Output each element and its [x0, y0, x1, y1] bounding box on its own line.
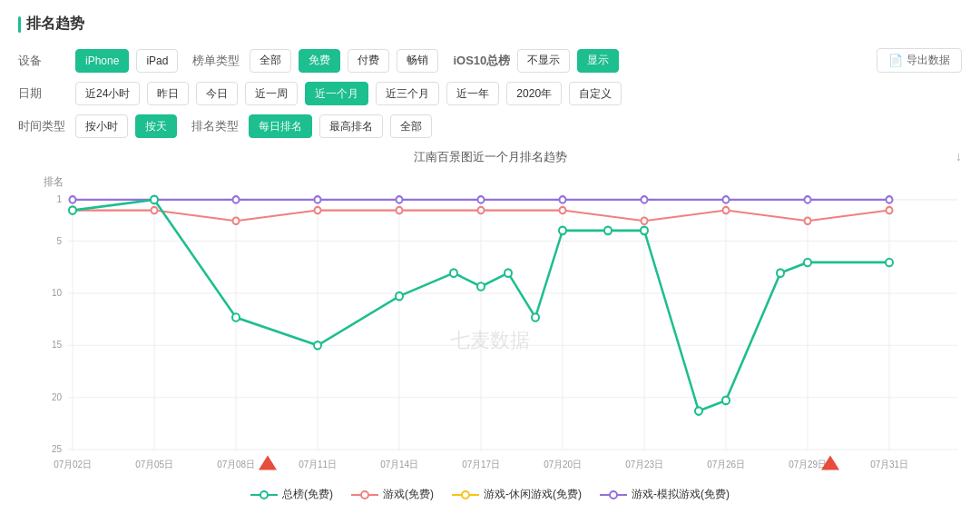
ios10-label: iOS10总榜: [453, 53, 510, 69]
svg-text:07月29日: 07月29日: [789, 460, 827, 470]
date-filter-row: 日期 近24小时 昨日 今日 近一周 近一个月 近三个月 近一年 2020年 自…: [18, 82, 962, 105]
svg-text:1: 1: [56, 194, 62, 204]
btn-highest-rank[interactable]: 最高排名: [319, 114, 383, 138]
svg-point-60: [314, 341, 321, 350]
svg-text:07月26日: 07月26日: [707, 460, 745, 470]
svg-text:排名: 排名: [44, 176, 63, 187]
btn-1month[interactable]: 近一个月: [305, 82, 368, 105]
date-label: 日期: [18, 85, 68, 102]
btn-2020[interactable]: 2020年: [506, 82, 562, 105]
btn-today[interactable]: 今日: [196, 82, 238, 105]
svg-point-52: [560, 207, 566, 213]
svg-marker-74: [259, 455, 277, 470]
legend-label-casual: 游戏-休闲游戏(免费): [484, 487, 582, 502]
btn-free[interactable]: 免费: [299, 49, 340, 73]
download-icon[interactable]: ↓: [956, 149, 962, 163]
legend-line-yellow: [452, 490, 479, 499]
export-button[interactable]: 📄 导出数据: [877, 48, 962, 73]
list-type-label: 榜单类型: [192, 53, 242, 69]
svg-text:25: 25: [52, 444, 62, 454]
svg-point-57: [69, 206, 76, 214]
svg-text:07月05日: 07月05日: [135, 460, 173, 470]
svg-point-70: [722, 397, 730, 405]
svg-point-56: [887, 207, 893, 213]
btn-3month[interactable]: 近三个月: [376, 82, 439, 105]
legend-label-game: 游戏(免费): [383, 487, 434, 502]
svg-point-50: [397, 207, 403, 213]
svg-point-41: [560, 196, 566, 203]
svg-text:07月14日: 07月14日: [380, 460, 418, 470]
btn-iphone[interactable]: iPhone: [75, 49, 129, 73]
export-icon: 📄: [888, 54, 903, 67]
btn-ios10-hide[interactable]: 不显示: [517, 49, 570, 73]
page-title: 排名趋势: [18, 15, 962, 34]
time-type-label: 时间类型: [18, 118, 68, 134]
svg-point-38: [315, 196, 321, 203]
svg-point-40: [478, 196, 485, 203]
svg-point-65: [532, 313, 539, 321]
svg-point-48: [233, 218, 240, 224]
legend-label-total: 总榜(免费): [282, 487, 333, 502]
svg-text:07月11日: 07月11日: [299, 460, 337, 470]
btn-ipad[interactable]: iPad: [136, 49, 178, 73]
btn-paid[interactable]: 付费: [348, 49, 389, 73]
svg-point-45: [887, 196, 893, 203]
legend-total-free: 总榜(免费): [250, 487, 333, 502]
svg-point-68: [641, 227, 648, 235]
svg-text:07月17日: 07月17日: [462, 460, 500, 470]
svg-point-62: [450, 269, 457, 277]
btn-daily-rank[interactable]: 每日排名: [249, 114, 312, 138]
svg-text:07月02日: 07月02日: [54, 460, 92, 470]
btn-all-list[interactable]: 全部: [250, 49, 291, 73]
rank-type-label: 排名类型: [191, 118, 241, 134]
device-label: 设备: [18, 53, 68, 69]
legend-sim-free: 游戏-模拟游戏(免费): [600, 487, 730, 502]
svg-point-59: [232, 313, 240, 321]
btn-yesterday[interactable]: 昨日: [147, 82, 189, 105]
legend-line-purple: [600, 490, 627, 499]
svg-point-53: [642, 218, 648, 224]
btn-by-hour[interactable]: 按小时: [75, 114, 128, 138]
svg-point-49: [315, 207, 321, 213]
svg-point-61: [396, 292, 403, 301]
btn-all-rank[interactable]: 全部: [390, 114, 432, 138]
svg-text:20: 20: [52, 392, 62, 402]
svg-text:15: 15: [52, 340, 62, 350]
time-type-filter-row: 时间类型 按小时 按天 排名类型 每日排名 最高排名 全部: [18, 114, 962, 138]
svg-text:07月20日: 07月20日: [544, 460, 582, 470]
btn-24h[interactable]: 近24小时: [75, 82, 140, 105]
export-label: 导出数据: [906, 53, 950, 68]
svg-text:07月23日: 07月23日: [625, 460, 663, 470]
btn-1year[interactable]: 近一年: [446, 82, 499, 105]
svg-point-63: [477, 282, 485, 291]
chart-section: 江南百景图近一个月排名趋势 ↓ 七麦数据 排名 1 5 10 15 20 2: [18, 149, 962, 502]
svg-text:07月31日: 07月31日: [870, 460, 908, 470]
btn-ios10-show[interactable]: 显示: [577, 49, 619, 73]
svg-text:5: 5: [56, 235, 62, 245]
svg-point-72: [804, 259, 811, 267]
svg-text:10: 10: [52, 288, 62, 298]
svg-point-79: [361, 491, 368, 499]
svg-point-64: [505, 269, 512, 277]
svg-point-77: [260, 491, 268, 499]
svg-point-35: [70, 196, 76, 203]
svg-point-67: [604, 227, 612, 235]
btn-bestseller[interactable]: 畅销: [397, 49, 438, 73]
svg-point-44: [805, 196, 811, 203]
btn-by-day[interactable]: 按天: [135, 114, 177, 138]
svg-point-83: [610, 491, 617, 499]
legend-casual-free: 游戏-休闲游戏(免费): [452, 487, 582, 502]
btn-custom[interactable]: 自定义: [569, 82, 622, 105]
svg-point-47: [152, 207, 158, 213]
svg-point-42: [642, 196, 648, 203]
btn-1week[interactable]: 近一周: [245, 82, 298, 105]
svg-point-73: [886, 259, 893, 267]
svg-point-69: [695, 407, 702, 415]
svg-point-37: [233, 196, 240, 203]
svg-point-66: [559, 227, 566, 235]
svg-point-81: [462, 491, 469, 499]
svg-point-58: [151, 196, 158, 204]
svg-point-55: [805, 218, 811, 224]
svg-point-54: [723, 207, 730, 213]
chart-title: 江南百景图近一个月排名趋势: [18, 149, 962, 165]
